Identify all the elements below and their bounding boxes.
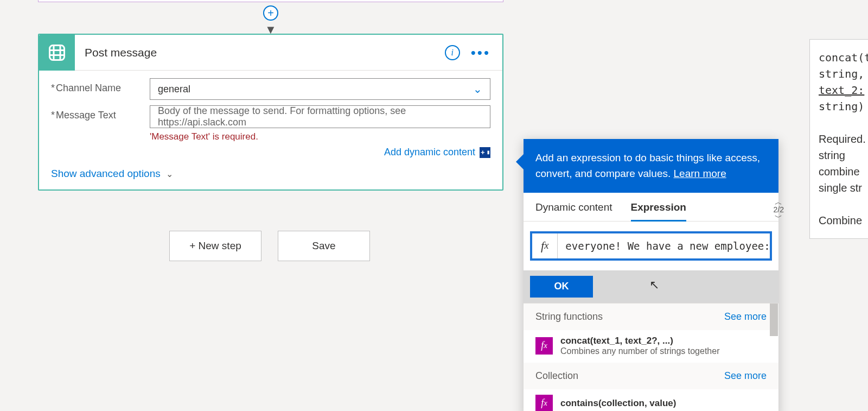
add-dynamic-label: Add dynamic content [384, 147, 475, 158]
help-line: string, [819, 66, 868, 82]
message-text-label: *Message Text [51, 105, 150, 121]
see-more-link[interactable]: See more [724, 370, 767, 382]
card-body: *Channel Name general ⌄ *Message Text Bo… [39, 71, 502, 189]
group-collection: Collection See more [524, 363, 778, 389]
help-tooltip: concat(t string, text_2: string) Require… [809, 39, 868, 239]
save-button[interactable]: Save [278, 231, 370, 261]
channel-name-dropdown[interactable]: general ⌄ [150, 78, 490, 100]
pager-text: 2/2 [774, 206, 784, 213]
channel-name-row: *Channel Name general ⌄ [51, 78, 490, 100]
fx-icon: fx [535, 395, 553, 411]
help-line: Required. [819, 131, 868, 147]
message-text-input[interactable]: Body of the message to send. For formatt… [150, 105, 490, 128]
add-step-plus-icon[interactable]: + [263, 5, 278, 21]
post-message-card: Post message i ••• *Channel Name general… [38, 34, 503, 191]
add-dynamic-content-link[interactable]: Add dynamic content +▮ [51, 147, 490, 158]
card-title: Post message [75, 46, 445, 59]
function-description: Combines any number of strings together [560, 346, 719, 356]
function-signature: concat(text_1, text_2?, ...) [560, 336, 719, 346]
channel-name-label: *Channel Name [51, 78, 150, 94]
fx-icon: fx [535, 337, 553, 355]
message-label-text: Message Text [56, 110, 116, 121]
learn-more-link[interactable]: Learn more [674, 168, 726, 179]
help-line: combine [819, 163, 868, 180]
slack-channel-icon [39, 35, 75, 71]
help-line: text_2: [819, 82, 868, 98]
expression-input[interactable]: everyone! We have a new employee: ', ) [558, 240, 770, 252]
new-step-button[interactable]: + New step [169, 231, 261, 261]
help-line: concat(t [819, 49, 868, 66]
function-contains[interactable]: fx contains(collection, value) [524, 389, 778, 411]
add-dynamic-icon: +▮ [480, 147, 490, 158]
info-icon[interactable]: i [445, 45, 460, 60]
group-string-functions: String functions See more [524, 303, 778, 330]
pager-up-icon[interactable]: ︿ [774, 198, 784, 206]
show-advanced-options[interactable]: Show advanced options ⌄ [51, 168, 173, 180]
cursor-icon: ↖ [649, 278, 659, 292]
help-line: string [819, 147, 868, 163]
connector: + ▼ [265, 0, 276, 34]
pager[interactable]: ︿ 2/2 ﹀ [774, 198, 784, 221]
function-text: concat(text_1, text_2?, ...) Combines an… [560, 336, 719, 356]
chevron-down-icon: ⌄ [166, 169, 173, 179]
help-line: string) [819, 98, 868, 115]
required-star: * [51, 110, 55, 121]
svg-rect-0 [50, 45, 65, 60]
pager-down-icon[interactable]: ﹀ [774, 213, 784, 221]
show-advanced-label: Show advanced options [51, 168, 161, 180]
ok-button[interactable]: OK [530, 276, 593, 298]
ok-row: OK ↖ [524, 270, 778, 303]
function-list: String functions See more fx concat(text… [524, 303, 778, 411]
chevron-down-icon: ⌄ [473, 83, 482, 96]
channel-label-text: Channel Name [56, 83, 121, 93]
card-header[interactable]: Post message i ••• [39, 35, 502, 71]
expression-tabs: Dynamic content Expression ︿ 2/2 ﹀ [524, 193, 778, 222]
function-signature: contains(collection, value) [560, 398, 676, 409]
required-star: * [51, 83, 55, 93]
help-line: Combine [819, 212, 868, 229]
fx-icon: fx [532, 233, 558, 258]
group-name: String functions [535, 311, 603, 323]
expression-input-row: fx everyone! We have a new employee: ', … [530, 231, 772, 261]
function-concat[interactable]: fx concat(text_1, text_2?, ...) Combines… [524, 330, 778, 363]
message-text-row: *Message Text Body of the message to sen… [51, 105, 490, 128]
scrollbar[interactable] [770, 303, 778, 336]
help-line: single str [819, 180, 868, 196]
tab-expression[interactable]: Expression [631, 201, 686, 222]
tab-dynamic-content[interactable]: Dynamic content [535, 201, 612, 221]
action-buttons: + New step Save [169, 231, 370, 261]
callout-notch [516, 154, 524, 169]
channel-value: general [158, 84, 190, 95]
expression-panel: Add an expression to do basic things lik… [524, 139, 778, 411]
message-error: 'Message Text' is required. [150, 131, 490, 142]
expression-panel-header: Add an expression to do basic things lik… [524, 139, 778, 193]
group-name: Collection [535, 370, 578, 382]
function-text: contains(collection, value) [560, 398, 676, 409]
see-more-link[interactable]: See more [724, 311, 767, 323]
more-menu-icon[interactable]: ••• [471, 50, 490, 55]
expression-header-text: Add an expression to do basic things lik… [535, 152, 760, 179]
message-placeholder: Body of the message to send. For formatt… [158, 105, 482, 128]
